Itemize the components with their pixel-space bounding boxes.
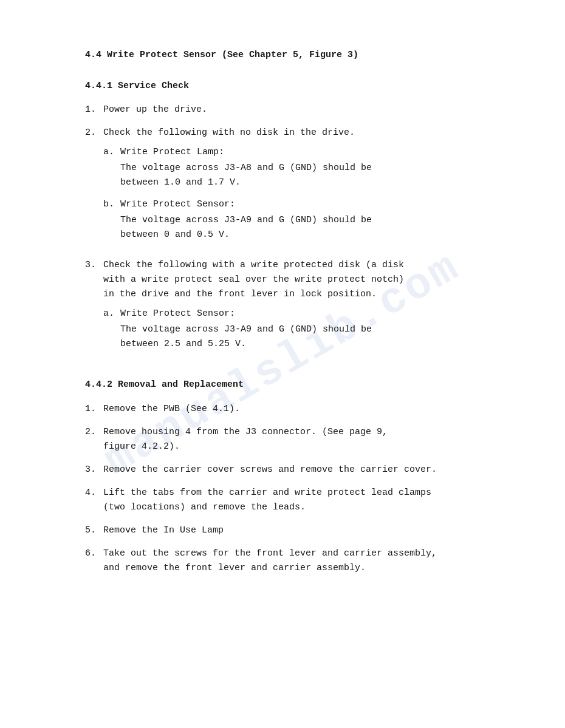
sub-detail: The voltage across J3-A9 and G (GND) sho… [120,213,504,242]
item-number: 2. [85,126,103,140]
section-4-4-2: 4.4.2 Removal and Replacement 1. Remove … [85,378,504,576]
lettered-sublist: a. Write Protect Lamp: The voltage acros… [103,145,504,250]
sub-detail: The voltage across J3-A8 and G (GND) sho… [120,161,504,190]
item-number: 5. [85,523,103,538]
item-text: Remove the PWB (See 4.1). [103,402,504,417]
section-4-4-title: 4.4 Write Protect Sensor (See Chapter 5,… [85,49,504,63]
list-item: a. Write Protect Sensor: The voltage acr… [103,307,504,352]
section-4-4-1-title: 4.4.1 Service Check [85,80,504,94]
list-item: 2. Check the following with no disk in t… [85,126,504,250]
list-item: a. Write Protect Lamp: The voltage acros… [103,145,504,190]
list-item: 1. Power up the drive. [85,103,504,117]
list-item: 3. Remove the carrier cover screws and r… [85,463,504,477]
item-number: 4. [85,486,103,515]
list-item: 5. Remove the In Use Lamp [85,523,504,538]
lettered-sublist: a. Write Protect Sensor: The voltage acr… [103,307,504,359]
item-letter: a. [103,145,120,161]
section-4-4-1: 4.4.1 Service Check 1. Power up the driv… [85,80,504,359]
section-4-4-1-list: 1. Power up the drive. 2. Check the foll… [85,103,504,359]
item-number: 2. [85,425,103,454]
list-item: 1. Remove the PWB (See 4.1). [85,402,504,417]
item-letter: b. [103,197,120,213]
item-number: 3. [85,463,103,477]
item-number: 6. [85,546,103,576]
section-4-4-2-list: 1. Remove the PWB (See 4.1). 2. Remove h… [85,402,504,576]
list-item: 2. Remove housing 4 from the J3 connecto… [85,425,504,454]
item-text: Check the following with a write protect… [103,258,504,302]
item-text: Lift the tabs from the carrier and write… [103,486,504,515]
list-item: 4. Lift the tabs from the carrier and wr… [85,486,504,515]
section-4-4: 4.4 Write Protect Sensor (See Chapter 5,… [85,49,504,63]
item-number: 1. [85,402,103,417]
item-number: 3. [85,258,103,302]
item-text: Power up the drive. [103,103,504,117]
item-number: 1. [85,103,103,117]
section-4-4-2-title: 4.4.2 Removal and Replacement [85,378,504,392]
list-item: b. Write Protect Sensor: The voltage acr… [103,197,504,242]
list-item: 6. Take out the screws for the front lev… [85,546,504,576]
item-text: Remove the carrier cover screws and remo… [103,463,504,477]
page: manualslib.com 4.4 Write Protect Sensor … [0,0,565,728]
content: 4.4 Write Protect Sensor (See Chapter 5,… [85,49,504,576]
item-letter: a. [103,307,120,322]
list-item: 3. Check the following with a write prot… [85,258,504,359]
sub-label: Write Protect Sensor: [120,307,504,321]
sub-detail: The voltage across J3-A9 and G (GND) sho… [120,322,504,352]
sub-label: Write Protect Lamp: [120,145,504,160]
item-text: Take out the screws for the front lever … [103,546,504,576]
item-text: Check the following with no disk in the … [103,126,504,140]
sub-label: Write Protect Sensor: [120,197,504,212]
item-text: Remove housing 4 from the J3 connector. … [103,425,504,454]
item-text: Remove the In Use Lamp [103,523,504,538]
